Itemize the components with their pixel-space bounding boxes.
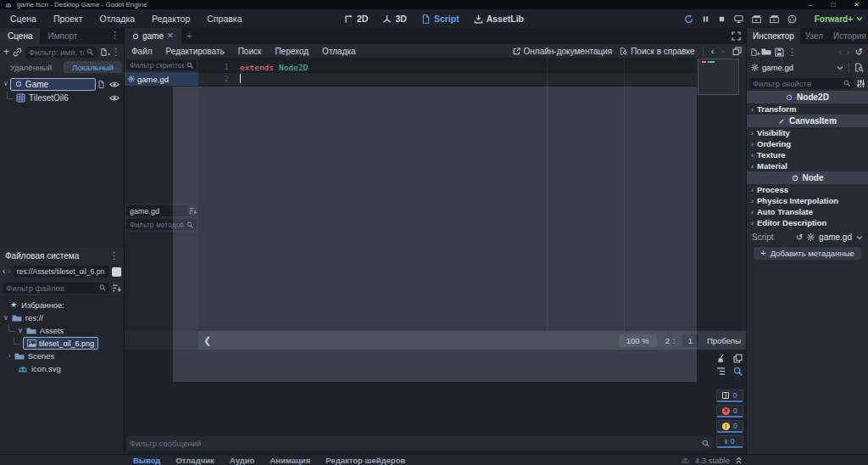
- scene-tree-menu-icon[interactable]: ⋮: [111, 48, 120, 57]
- tab-history[interactable]: История: [828, 28, 868, 44]
- revert-icon[interactable]: ↺: [796, 233, 803, 242]
- collapse-icon[interactable]: ∨: [3, 81, 8, 87]
- fs-row-tileset-png[interactable]: tileset_oil_6.png: [0, 337, 124, 350]
- group-auto-translate[interactable]: › Auto Translate: [747, 206, 868, 217]
- collapse-messages-icon[interactable]: [715, 367, 726, 376]
- open-docs-icon[interactable]: [854, 63, 864, 72]
- toggle-scripts-panel-icon[interactable]: ❮: [203, 336, 211, 345]
- methods-filter-input[interactable]: [126, 219, 197, 230]
- visibility-eye-icon[interactable]: [109, 81, 120, 88]
- vertical-scrollbar[interactable]: [741, 58, 746, 331]
- scene-dock-menu-icon[interactable]: ⋮: [110, 28, 124, 44]
- script-menu-goto[interactable]: Переход: [268, 47, 315, 56]
- version-label[interactable]: 4.3.stable: [695, 456, 730, 465]
- play-button[interactable]: [684, 14, 693, 24]
- expand-icon[interactable]: ›: [8, 353, 11, 360]
- menu-debug[interactable]: Отладка: [92, 14, 144, 24]
- selected-file[interactable]: tileset_oil_6.png: [23, 337, 98, 350]
- attach-script-button[interactable]: •: [100, 48, 108, 56]
- tab-node[interactable]: Узел: [800, 28, 828, 44]
- stop-button[interactable]: [718, 15, 726, 23]
- play-scene-button[interactable]: [752, 14, 761, 24]
- filter-warnings-toggle[interactable]: ! 0: [716, 420, 743, 433]
- code-editor[interactable]: 1 2 extends Node2D: [198, 58, 746, 331]
- history-forward-icon[interactable]: ›: [847, 48, 850, 57]
- add-node-button[interactable]: +: [3, 47, 9, 57]
- menu-editor[interactable]: Редактор: [143, 14, 198, 24]
- edited-resource-name[interactable]: game.gd: [762, 63, 793, 72]
- tree-row-tilesetoil6[interactable]: TilesetOil6: [0, 91, 124, 104]
- bottom-tab-debugger[interactable]: Отладчик: [168, 456, 221, 465]
- group-material[interactable]: › Material: [747, 160, 868, 171]
- script-menu-edit[interactable]: Редактировать: [159, 47, 231, 56]
- chevron-down-icon[interactable]: [856, 234, 863, 241]
- script-menu-file[interactable]: Файл: [125, 47, 159, 56]
- category-node2d[interactable]: Node2D: [747, 91, 868, 104]
- object-history-icon[interactable]: ↺: [855, 48, 863, 57]
- sort-files-icon[interactable]: [112, 283, 121, 293]
- collapse-icon[interactable]: ∨: [18, 328, 23, 334]
- online-docs-button[interactable]: Онлайн-документация: [513, 47, 613, 56]
- indent-type-button[interactable]: Пробелы: [707, 336, 741, 345]
- file-filter-input[interactable]: [3, 283, 109, 294]
- fs-row-icon-svg[interactable]: icon.svg: [0, 362, 124, 375]
- filter-editor-toggle[interactable]: i 0: [716, 435, 743, 448]
- visibility-eye-icon[interactable]: [109, 94, 120, 102]
- group-ordering[interactable]: › Ordering: [747, 138, 868, 149]
- history-back-icon[interactable]: ‹: [711, 47, 715, 56]
- fs-row-scenes[interactable]: › Scenes: [0, 350, 124, 362]
- filesystem-menu-icon[interactable]: ⋮: [109, 251, 119, 261]
- group-transform[interactable]: › Transform: [747, 104, 868, 115]
- script-property-value[interactable]: game.gd: [819, 232, 852, 242]
- clear-output-icon[interactable]: [715, 354, 726, 363]
- tab-local[interactable]: Локальный: [64, 61, 122, 73]
- play-custom-scene-button[interactable]: [770, 14, 779, 24]
- bottom-tab-output[interactable]: Вывод: [125, 456, 168, 465]
- tab-remote[interactable]: Удалённый: [2, 61, 60, 73]
- workspace-3d[interactable]: 3D: [382, 14, 406, 24]
- nav-back-icon[interactable]: ‹: [3, 267, 5, 276]
- script-menu-search[interactable]: Поиск: [231, 47, 269, 56]
- display-mode-button[interactable]: [112, 267, 121, 277]
- maximize-button[interactable]: □: [831, 1, 835, 8]
- movie-maker-button[interactable]: [787, 14, 797, 24]
- bottom-tab-animation[interactable]: Анимация: [262, 456, 318, 465]
- scene-tab-game[interactable]: game ✕: [125, 28, 181, 44]
- group-process[interactable]: › Process: [747, 184, 868, 195]
- inspector-options-icon[interactable]: [856, 79, 865, 88]
- workspace-2d[interactable]: 2D: [344, 14, 368, 24]
- pause-button[interactable]: [702, 15, 709, 23]
- history-back-icon[interactable]: ‹: [838, 48, 842, 57]
- tab-scene[interactable]: Сцена: [0, 28, 40, 44]
- history-forward-icon[interactable]: ›: [721, 47, 725, 56]
- distraction-free-icon[interactable]: [732, 28, 746, 44]
- sort-methods-icon[interactable]: [189, 207, 197, 215]
- play-remote-button[interactable]: [734, 14, 743, 24]
- search-help-button[interactable]: Поиск в справке: [620, 47, 694, 56]
- menu-help[interactable]: Справка: [198, 14, 250, 24]
- new-scene-tab-button[interactable]: +: [181, 28, 198, 44]
- messages-filter-input[interactable]: [126, 436, 713, 451]
- bottom-tab-shader-editor[interactable]: Редактор шейдеров: [318, 456, 413, 465]
- renderer-selector[interactable]: Forward+: [815, 9, 863, 28]
- save-resource-button[interactable]: [775, 48, 784, 57]
- collapse-icon[interactable]: ∨: [3, 315, 8, 322]
- fs-row-favorites[interactable]: ★ Избранное:: [0, 299, 124, 311]
- script-item-game-gd[interactable]: game.gd: [125, 72, 198, 86]
- close-tab-icon[interactable]: ✕: [167, 32, 174, 40]
- category-node[interactable]: Node: [747, 171, 868, 184]
- copy-output-icon[interactable]: [732, 354, 743, 363]
- tab-import[interactable]: Импорт: [40, 28, 85, 44]
- menu-scene[interactable]: Сцена: [2, 14, 45, 24]
- minimize-button[interactable]: –: [809, 1, 812, 8]
- zoom-level-button[interactable]: 100 %: [619, 334, 657, 347]
- node-game-selected[interactable]: Game: [10, 78, 96, 91]
- category-canvasitem[interactable]: CanvasItem: [747, 115, 868, 127]
- search-messages-icon[interactable]: [732, 367, 743, 376]
- nav-forward-icon[interactable]: ›: [8, 267, 10, 276]
- code-minimap[interactable]: [697, 58, 741, 331]
- add-metadata-button[interactable]: + Добавить метаданные: [754, 247, 861, 260]
- filter-errors-toggle[interactable]: ✕ 0: [716, 405, 743, 417]
- scene-filter-input[interactable]: [25, 47, 97, 58]
- bottom-tab-audio[interactable]: Аудио: [222, 456, 263, 465]
